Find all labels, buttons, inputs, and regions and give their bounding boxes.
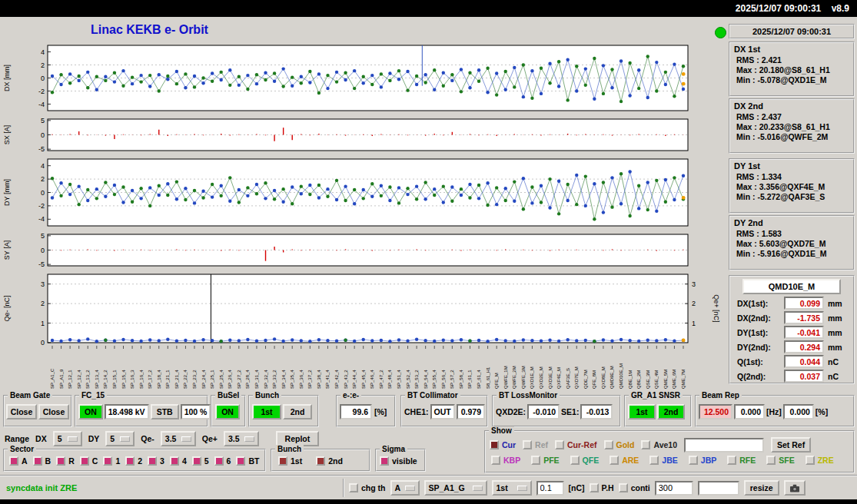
beam-gate-close2-button[interactable]: Close [38,404,69,419]
sector-checkbox[interactable] [125,456,135,466]
show-sfe-checkbox[interactable] [766,456,776,465]
sector-checkbox[interactable] [103,456,112,466]
select-value: 3.5 [165,434,177,443]
sector-checkbox[interactable] [236,456,245,466]
svg-text:-2: -2 [38,88,45,95]
sigma-visible-checkbox[interactable] [380,456,389,466]
ph-checkbox[interactable] [590,483,599,492]
show-pfe-checkbox[interactable] [531,456,540,465]
show-cur-ref-toggle[interactable]: Cur-Ref [555,440,597,449]
gr-a1-2nd-button[interactable]: 2nd [657,404,685,419]
sector-checkbox[interactable] [9,456,18,466]
show-jbp-checkbox[interactable] [689,456,698,465]
scope-select[interactable]: A [390,480,420,496]
sigma-visible-toggle[interactable]: visible [380,456,417,466]
show-ave10-checkbox[interactable] [641,440,650,449]
show-cur-ref-checkbox[interactable] [555,440,564,449]
sector-item[interactable]: 5 [192,456,209,466]
show-pfe-toggle[interactable]: PFE [531,456,559,465]
show-kbp-toggle[interactable]: KBP [491,456,520,465]
fc15-stb-button[interactable]: STB [151,404,179,419]
sector-checkbox[interactable] [33,456,42,466]
show-gold-checkbox[interactable] [604,440,613,449]
show-sfe-toggle[interactable]: SFE [766,456,794,465]
show-zre-toggle[interactable]: ZRE [806,456,834,465]
bunch-order-select[interactable]: 1st [492,480,532,496]
svg-text:QME_6M: QME_6M [672,370,676,389]
bunch-2nd-toggle[interactable]: 2nd [316,456,343,466]
show-pfe-label: PFE [543,456,559,465]
sector-item[interactable]: 6 [214,456,231,466]
sector-item[interactable]: B [33,456,51,466]
show-jbe-checkbox[interactable] [649,456,659,465]
show-cur-toggle[interactable]: Cur [490,440,516,449]
chg-th-checkbox[interactable] [349,483,358,492]
chg-th-toggle[interactable]: chg th [349,483,386,492]
show-gold-toggle[interactable]: Gold [604,440,635,449]
ref-name-input[interactable] [684,438,764,453]
set-ref-button[interactable]: Set Ref [771,437,811,453]
show-kbp-checkbox[interactable] [491,456,500,465]
show-are-toggle[interactable]: ARE [610,456,639,465]
menu-dash-icon [244,436,254,442]
sector-item[interactable]: A [9,456,28,466]
show-rfe-checkbox[interactable] [727,456,736,465]
snapshot-button[interactable] [784,480,806,496]
show-cur-checkbox[interactable] [490,440,499,449]
sector-checkbox[interactable] [148,456,157,466]
bunch-2nd-checkbox[interactable] [316,456,325,466]
replot-button[interactable]: Replot [276,431,319,446]
sector-item[interactable]: 3 [148,456,164,466]
sector-item[interactable]: BT [236,456,259,466]
sector-item[interactable]: 2 [125,456,142,466]
show-qfe-toggle[interactable]: QFE [570,456,600,465]
show-ref-checkbox[interactable] [523,440,532,449]
conti-checkbox[interactable] [619,483,628,492]
resize-button[interactable]: resize [744,480,779,496]
se1-label: SE1: [561,407,579,416]
sector-checkbox[interactable] [56,456,65,466]
ph-toggle[interactable]: P.H [590,483,614,492]
bpm-name-select[interactable]: SP_A1_G [424,480,487,496]
range-dx-label: DX [35,434,47,443]
show-qfe-checkbox[interactable] [570,456,580,465]
show-jbe-toggle[interactable]: JBE [649,456,677,465]
sector-item[interactable]: 4 [170,456,187,466]
show-zre-checkbox[interactable] [806,456,815,465]
monitor-label: Q(1st): [737,357,784,366]
sector-item[interactable]: R [56,456,75,466]
sector-checkbox[interactable] [80,456,89,466]
bunch-2nd-button[interactable]: 2nd [283,404,312,419]
bpm-selector[interactable]: QMD10E_M [742,279,841,294]
bunch-1st-button[interactable]: 1st [252,404,281,419]
show-ref-toggle[interactable]: Ref [523,440,548,449]
beam-gate-close1-button[interactable]: Close [6,404,37,419]
show-jbp-toggle[interactable]: JBP [689,456,716,465]
fc15-on-button[interactable]: ON [78,404,103,419]
busel-on-button[interactable]: ON [215,404,240,419]
bunch-1st-toggle[interactable]: 1st [278,456,302,466]
svg-text:SP_36_4: SP_36_4 [299,370,304,389]
sector-item[interactable]: C [80,456,98,466]
show-are-checkbox[interactable] [610,456,619,465]
show-rfe-toggle[interactable]: RFE [727,456,756,465]
gr-a1-1st-button[interactable]: 1st [628,404,656,419]
conti-toggle[interactable]: conti [619,483,650,492]
svg-text:SP_16_3: SP_16_3 [130,370,135,389]
aux-input[interactable] [698,481,739,496]
range-qem-select[interactable]: 3.5 [161,431,196,446]
show-ave10-toggle[interactable]: Ave10 [641,440,677,449]
bunch-1st-checkbox[interactable] [278,456,287,466]
range-qep-select[interactable]: 3.5 [224,431,259,446]
sector-checkbox[interactable] [214,456,224,466]
range-dx-select[interactable]: 5 [53,431,82,446]
threshold-input[interactable] [536,481,564,496]
sector-checkbox[interactable] [192,456,201,466]
sector-checkbox[interactable] [170,456,179,466]
sector-item[interactable]: 1 [103,456,120,466]
range-dy-select[interactable]: 5 [105,431,135,446]
beam-gate-group: Beam Gate Close Close [3,395,72,427]
sector-label: 3 [160,456,164,466]
svg-text:3: 3 [41,280,45,288]
interval-input[interactable] [655,481,693,496]
